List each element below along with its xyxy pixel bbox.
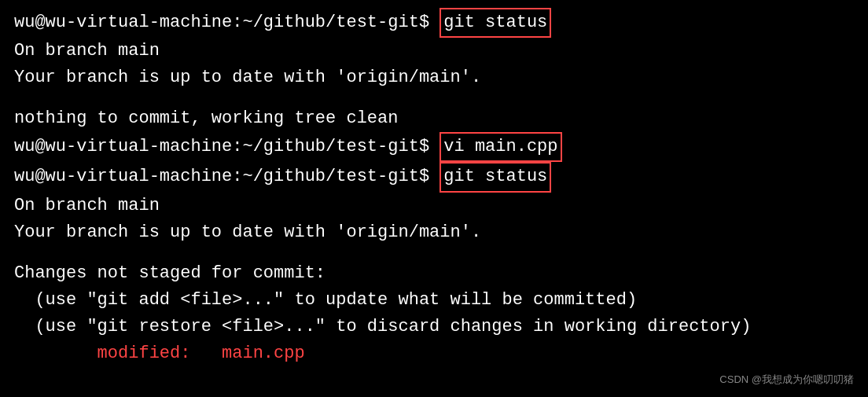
- output-branch-uptodate-2: Your branch is up to date with 'origin/m…: [14, 219, 481, 246]
- terminal-line-7: On branch main: [14, 193, 854, 219]
- terminal-line-10: (use "git add <file>..." to update what …: [14, 287, 854, 314]
- command-git-status-1: git status: [440, 8, 551, 38]
- terminal-line-2: On branch main: [14, 38, 854, 64]
- output-modified-label: modified:: [14, 340, 222, 367]
- terminal-line-5: wu@wu-virtual-machine:~/github/test-git$…: [14, 132, 854, 162]
- terminal-line-9: Changes not staged for commit:: [14, 260, 854, 287]
- output-use-git-add: (use "git add <file>..." to update what …: [14, 287, 637, 314]
- terminal-line-12: modified: main.cpp: [14, 340, 854, 367]
- output-modified-file: main.cpp: [222, 340, 305, 367]
- terminal-window: wu@wu-virtual-machine:~/github/test-git$…: [0, 0, 868, 397]
- terminal-line-6: wu@wu-virtual-machine:~/github/test-git$…: [14, 162, 854, 192]
- command-vi-main: vi main.cpp: [440, 132, 561, 162]
- output-nothing-to-commit: nothing to commit, working tree clean: [14, 105, 398, 132]
- output-changes-not-staged: Changes not staged for commit:: [14, 260, 326, 287]
- watermark: CSDN @我想成为你嗯叨叨猪: [719, 372, 854, 388]
- output-on-branch-main-2: On branch main: [14, 193, 160, 219]
- command-git-status-2: git status: [440, 162, 551, 192]
- spacer-1: [14, 91, 854, 105]
- terminal-line-4: nothing to commit, working tree clean: [14, 105, 854, 132]
- terminal-line-8: Your branch is up to date with 'origin/m…: [14, 219, 854, 246]
- output-on-branch-main-1: On branch main: [14, 38, 160, 64]
- terminal-line-1: wu@wu-virtual-machine:~/github/test-git$…: [14, 8, 854, 38]
- output-branch-uptodate-1: Your branch is up to date with 'origin/m…: [14, 64, 481, 91]
- spacer-2: [14, 246, 854, 260]
- output-use-git-restore: (use "git restore <file>..." to discard …: [14, 314, 751, 340]
- prompt-3: wu@wu-virtual-machine:~/github/test-git$: [14, 164, 440, 190]
- prompt-2: wu@wu-virtual-machine:~/github/test-git$: [14, 134, 440, 160]
- prompt-1: wu@wu-virtual-machine:~/github/test-git$: [14, 9, 440, 36]
- terminal-line-3: Your branch is up to date with 'origin/m…: [14, 64, 854, 91]
- terminal-line-11: (use "git restore <file>..." to discard …: [14, 314, 854, 340]
